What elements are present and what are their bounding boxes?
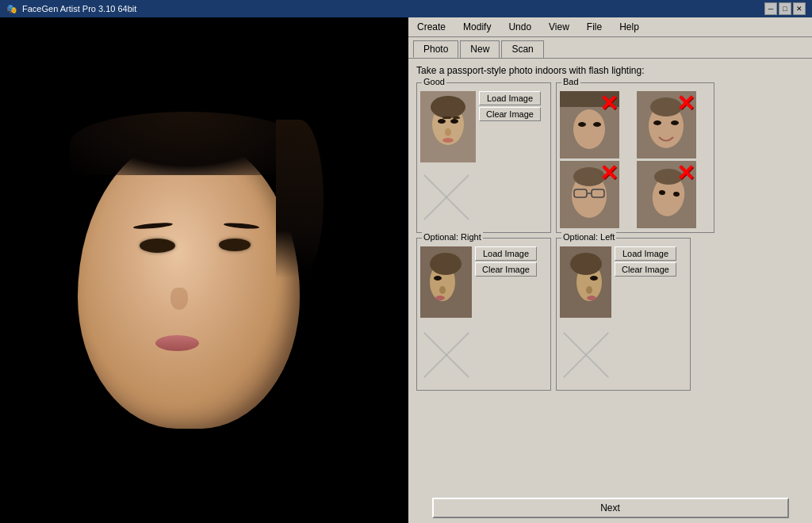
tab-new[interactable]: New: [460, 40, 500, 58]
bad-thumb-3: ✕: [560, 161, 619, 228]
tab-photo[interactable]: Photo: [413, 40, 458, 58]
svg-point-39: [590, 276, 598, 281]
svg-point-18: [671, 120, 679, 125]
content-area: Take a passport-style photo indoors with…: [408, 58, 812, 493]
good-clear-image-button[interactable]: Clear Image: [479, 107, 541, 121]
optional-left-section: Optional: Left: [556, 238, 691, 391]
optional-left-layout: Load Image Clear Image: [560, 246, 687, 387]
right-face-thumbnail: [420, 246, 472, 320]
eyebrow-right: [224, 222, 259, 230]
svg-rect-7: [442, 116, 451, 119]
minimize-button[interactable]: ─: [764, 2, 777, 15]
optional-right-label: Optional: Right: [422, 232, 483, 242]
svg-point-5: [445, 128, 451, 136]
good-section: Good: [416, 82, 551, 233]
tab-scan[interactable]: Scan: [501, 40, 543, 58]
app-icon: 🎭: [6, 4, 17, 14]
bad-thumb-4: ✕: [637, 161, 696, 228]
face-3d-container: [0, 17, 408, 523]
bottom-bar: Next: [408, 493, 812, 523]
left-button-group: Load Image Clear Image: [615, 246, 676, 277]
instruction-text: Take a passport-style photo indoors with…: [416, 65, 804, 76]
menu-help[interactable]: Help: [611, 17, 648, 36]
face-3d-render: [78, 136, 300, 429]
bad-grid: ✕: [560, 91, 710, 228]
svg-rect-8: [453, 116, 460, 119]
menu-create[interactable]: Create: [408, 17, 454, 36]
svg-point-4: [450, 119, 458, 124]
good-face-thumbnail: [420, 91, 476, 162]
menu-file[interactable]: File: [578, 17, 611, 36]
svg-point-11: [573, 109, 605, 149]
svg-point-17: [653, 120, 661, 125]
title-bar-left: 🎭 FaceGen Artist Pro 3.10 64bit: [6, 4, 136, 14]
menu-modify[interactable]: Modify: [454, 17, 500, 36]
svg-point-27: [654, 169, 683, 185]
svg-point-13: [593, 122, 601, 127]
right-panel: Create Modify Undo View File Help Photo …: [408, 17, 812, 523]
right-button-group: Load Image Clear Image: [475, 246, 537, 277]
optional-right-section: Optional: Right: [416, 238, 551, 391]
top-photo-grid: Good: [416, 82, 804, 233]
svg-rect-10: [560, 91, 619, 107]
right-clear-image-button[interactable]: Clear Image: [475, 262, 537, 277]
svg-point-38: [570, 253, 602, 275]
left-face-thumbnail: [560, 246, 611, 320]
good-layout: Load Image Clear Image: [420, 91, 547, 229]
bad-label: Bad: [561, 77, 580, 86]
good-placeholder: [420, 166, 472, 229]
good-button-group: Load Image Clear Image: [479, 91, 541, 121]
hair-top: [70, 112, 304, 175]
svg-point-21: [573, 167, 605, 186]
svg-point-40: [586, 286, 592, 294]
good-label: Good: [422, 77, 446, 86]
bad-section: Bad ✕: [556, 82, 714, 233]
right-load-image-button[interactable]: Load Image: [475, 246, 537, 261]
window-title: FaceGen Artist Pro 3.10 64bit: [22, 4, 136, 13]
left-clear-image-button[interactable]: Clear Image: [615, 262, 676, 277]
svg-point-3: [438, 119, 446, 124]
left-panel-3d: ↗: [0, 17, 408, 523]
main-content: ↗ Create Modify Undo View File Help Phot…: [0, 17, 812, 523]
left-load-image-button[interactable]: Load Image: [615, 246, 676, 261]
svg-point-16: [650, 97, 682, 116]
good-load-image-button[interactable]: Load Image: [479, 91, 541, 105]
optional-grid: Optional: Right: [416, 238, 804, 391]
svg-point-2: [431, 96, 465, 118]
svg-point-6: [442, 138, 454, 143]
svg-point-35: [435, 296, 445, 300]
tab-bar: Photo New Scan: [408, 37, 812, 58]
title-bar: 🎭 FaceGen Artist Pro 3.10 64bit ─ □ ✕: [0, 0, 812, 17]
eye-right: [219, 239, 251, 251]
close-button[interactable]: ✕: [793, 2, 806, 15]
menu-view[interactable]: View: [540, 17, 578, 36]
left-placeholder: [560, 323, 611, 387]
nose: [170, 288, 188, 310]
svg-point-12: [578, 122, 586, 127]
svg-point-41: [587, 296, 596, 300]
maximize-button[interactable]: □: [779, 2, 791, 15]
svg-point-34: [439, 286, 446, 294]
menu-undo[interactable]: Undo: [500, 17, 540, 36]
hair-side: [276, 120, 324, 278]
menu-bar: Create Modify Undo View File Help: [408, 17, 812, 37]
window-controls: ─ □ ✕: [764, 2, 806, 15]
eyebrow-left: [132, 222, 172, 230]
lips: [155, 335, 199, 351]
bad-thumb-1: ✕: [560, 91, 619, 158]
right-placeholder: [420, 323, 472, 387]
svg-point-33: [434, 276, 442, 281]
bad-thumb-2: ✕: [637, 91, 696, 158]
svg-point-32: [430, 253, 462, 275]
next-button[interactable]: Next: [432, 498, 789, 518]
eye-left: [140, 239, 175, 253]
optional-right-layout: Load Image Clear Image: [420, 246, 547, 387]
optional-left-label: Optional: Left: [561, 232, 616, 242]
